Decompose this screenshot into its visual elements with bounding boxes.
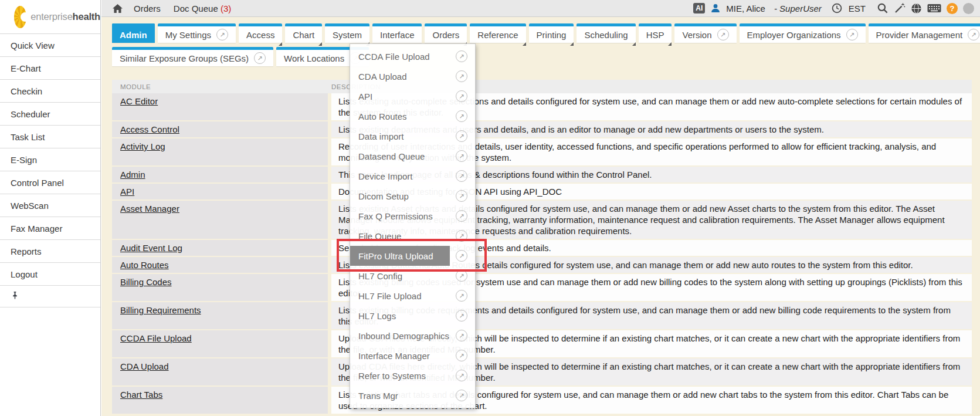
open-in-new-icon[interactable]: ↗ (846, 29, 858, 40)
sidebar-item-e-sign[interactable]: E-Sign (0, 148, 100, 171)
menu-item-cda-upload[interactable]: CDA Upload↗ (350, 66, 475, 86)
open-in-new-icon[interactable]: ↗ (456, 190, 467, 202)
menu-item-device-import[interactable]: Device Import↗ (350, 166, 475, 186)
tab-orders[interactable]: Orders (425, 23, 467, 43)
tab-interface[interactable]: Interface (372, 23, 422, 43)
open-in-new-icon[interactable]: ↗ (456, 110, 467, 122)
open-in-new-icon[interactable]: ↗ (456, 290, 467, 302)
tab-hsp[interactable]: HSP (639, 23, 672, 43)
menu-item-file-queue[interactable]: File Queue↗ (350, 226, 475, 246)
home-icon[interactable] (112, 4, 123, 13)
tab-version[interactable]: Version↗ (674, 23, 736, 43)
sidebar-item-fax-manager[interactable]: Fax Manager (0, 217, 100, 240)
tab-printing[interactable]: Printing (529, 23, 574, 43)
open-in-new-icon[interactable]: ↗ (968, 29, 979, 40)
menu-item-dicom-setup[interactable]: Dicom Setup↗ (350, 186, 475, 206)
tab-provider-management[interactable]: Provider Management↗ (869, 23, 980, 43)
menu-item-data-import[interactable]: Data import↗ (350, 126, 475, 146)
sidebar-item-label: E-Chart (11, 63, 41, 73)
sidebar-item-logout[interactable]: Logout (0, 263, 100, 286)
sidebar-item-scheduler[interactable]: Scheduler (0, 103, 100, 126)
dropdown-corner-icon (318, 42, 322, 46)
menu-item-label: CCDA File Upload (350, 46, 452, 66)
module-link-api[interactable]: API (120, 187, 134, 197)
sidebar-item-quick-view[interactable]: Quick View (0, 34, 100, 57)
open-in-new-icon[interactable]: ↗ (456, 50, 467, 62)
tab-chart[interactable]: Chart (285, 23, 322, 43)
globe-icon[interactable] (911, 3, 922, 14)
help-icon[interactable]: ? (947, 3, 958, 14)
module-link-asset-manager[interactable]: Asset Manager (120, 204, 179, 214)
wand-icon[interactable] (894, 2, 906, 14)
open-in-new-icon[interactable]: ↗ (717, 29, 729, 40)
tab-admin[interactable]: Admin (112, 23, 155, 43)
tab-system[interactable]: System (325, 23, 369, 43)
menu-item-fitpro-ultra-upload[interactable]: FitPro Ultra Upload↗ (350, 246, 475, 266)
open-in-new-icon[interactable]: ↗ (456, 210, 467, 222)
menu-item-hl7-file-upload[interactable]: HL7 File Upload↗ (350, 286, 475, 306)
tab-employer-organizations[interactable]: Employer Organizations↗ (740, 23, 866, 43)
open-in-new-icon[interactable]: ↗ (456, 150, 467, 162)
menu-item-hl7-logs[interactable]: HL7 Logs↗ (350, 306, 475, 326)
module-link-billing-requirements[interactable]: Billing Requirements (120, 305, 201, 315)
menu-item-hl7-config[interactable]: HL7 Config↗ (350, 266, 475, 286)
module-link-billing-codes[interactable]: Billing Codes (120, 277, 172, 287)
menu-item-label: Inbound Demographics (350, 326, 452, 346)
module-link-audit-event-log[interactable]: Audit Event Log (120, 243, 182, 253)
sidebar-item-control-panel[interactable]: Control Panel (0, 171, 100, 194)
tab-access[interactable]: Access (239, 23, 282, 43)
search-icon[interactable] (877, 2, 889, 14)
open-in-new-icon[interactable]: ↗ (456, 310, 467, 322)
sidebar-item-e-chart[interactable]: E-Chart (0, 57, 100, 80)
sidebar-item-label: Logout (11, 269, 38, 279)
menu-item-datasend-queue[interactable]: Datasend Queue↗ (350, 146, 475, 166)
open-in-new-icon[interactable]: ↗ (456, 330, 467, 341)
tab-reference[interactable]: Reference (470, 23, 525, 43)
menu-item-api[interactable]: API↗ (350, 86, 475, 106)
ai-badge[interactable]: AI (693, 3, 705, 13)
tab-scheduling[interactable]: Scheduling (577, 23, 635, 43)
open-in-new-icon[interactable]: ↗ (456, 350, 467, 361)
tab-similar-exposure-groups-segs[interactable]: Similar Exposure Groups (SEGs)↗ (112, 47, 273, 66)
open-in-new-icon[interactable]: ↗ (456, 390, 467, 401)
open-in-new-icon[interactable]: ↗ (456, 270, 467, 282)
menu-item-inbound-demographics[interactable]: Inbound Demographics↗ (350, 326, 475, 346)
avatar[interactable] (963, 3, 974, 14)
module-link-ccda-file-upload[interactable]: CCDA File Upload (120, 333, 192, 343)
menu-item-refer-to-systems[interactable]: Refer to Systems↗ (350, 366, 475, 385)
open-in-new-icon[interactable]: ↗ (254, 52, 266, 64)
module-link-auto-routes[interactable]: Auto Routes (120, 260, 169, 270)
open-in-new-icon[interactable]: ↗ (456, 250, 467, 262)
keyboard-icon[interactable] (927, 4, 941, 13)
menu-item-auto-routes[interactable]: Auto Routes↗ (350, 106, 475, 126)
open-in-new-icon[interactable]: ↗ (456, 70, 467, 82)
app-logo[interactable]: enterprisehealth (0, 0, 100, 34)
module-link-chart-tabs[interactable]: Chart Tabs (120, 390, 162, 400)
open-in-new-icon[interactable]: ↗ (456, 90, 467, 102)
user-name[interactable]: MIE, Alice (726, 4, 765, 13)
nav-doc-queue[interactable]: Doc Queue (3) (174, 4, 231, 13)
module-link-admin[interactable]: Admin (120, 170, 145, 180)
open-in-new-icon[interactable]: ↗ (456, 370, 467, 381)
sidebar-item-webscan[interactable]: WebScan (0, 194, 100, 217)
sidebar-item-reports[interactable]: Reports (0, 240, 100, 263)
menu-item-fax-q-permissions[interactable]: Fax Q Permissions↗ (350, 206, 475, 226)
menu-item-interface-manager[interactable]: Interface Manager↗ (350, 346, 475, 366)
sidebar-item-checkin[interactable]: Checkin (0, 80, 100, 103)
open-in-new-icon[interactable]: ↗ (456, 170, 467, 182)
nav-orders[interactable]: Orders (134, 4, 161, 13)
open-in-new-icon[interactable]: ↗ (456, 130, 467, 142)
clock-icon[interactable] (832, 3, 842, 13)
tab-my-settings[interactable]: My Settings↗ (158, 23, 236, 43)
user-icon[interactable] (710, 3, 721, 13)
module-link-cda-upload[interactable]: CDA Upload (120, 361, 169, 371)
module-link-access-control[interactable]: Access Control (120, 124, 179, 134)
pin-sidebar-button[interactable] (0, 286, 100, 307)
sidebar-item-task-list[interactable]: Task List (0, 126, 100, 148)
menu-item-trans-mgr[interactable]: Trans Mgr↗ (350, 385, 475, 405)
menu-item-ccda-file-upload[interactable]: CCDA File Upload↗ (350, 46, 475, 66)
open-in-new-icon[interactable]: ↗ (456, 230, 467, 242)
module-link-ac-editor[interactable]: AC Editor (120, 96, 158, 106)
open-in-new-icon[interactable]: ↗ (216, 29, 228, 40)
module-link-activity-log[interactable]: Activity Log (120, 141, 165, 151)
